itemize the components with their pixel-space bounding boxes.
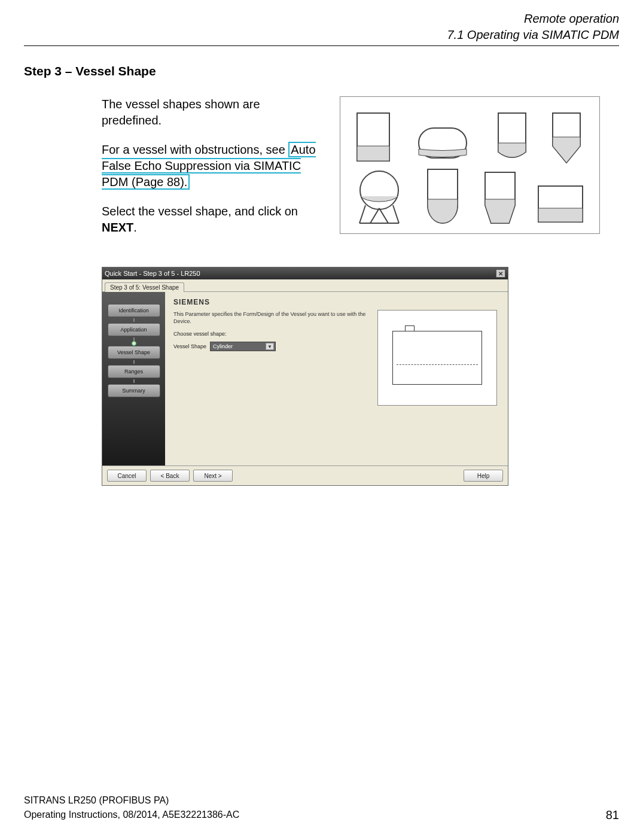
next-keyword: NEXT [102,221,133,234]
liquid-level-line [397,364,478,365]
svg-line-7 [370,208,379,223]
para-1: The vessel shapes shown are predefined. [102,96,323,129]
vessel-shapes-illustration [340,96,600,234]
cancel-button[interactable]: Cancel [107,470,147,482]
svg-line-8 [379,208,388,223]
dialog-body: Identification Application Vessel Shape … [102,292,508,465]
page-footer: SITRANS LR250 (PROFIBUS PA) Operating In… [24,793,619,822]
text-column: The vessel shapes shown are predefined. … [102,96,323,249]
shape-horizontal-tank-icon [407,122,479,164]
svg-line-5 [393,205,399,223]
dialog-main-panel: SIEMENS This Parameter specifies the For… [165,292,508,465]
xref-page-close: ). [180,175,187,188]
sidebar-item-summary[interactable]: Summary [108,384,160,397]
brand-label: SIEMENS [173,298,499,306]
sidebar-item-identification[interactable]: Identification [108,304,160,317]
footer-left: SITRANS LR250 (PROFIBUS PA) Operating In… [24,793,239,822]
section-title: 7.1 Operating via SIMATIC PDM [24,28,619,42]
vessel-shape-dropdown[interactable]: Cylinder ▼ [210,342,276,351]
footer-product: SITRANS LR250 (PROFIBUS PA) [24,793,239,808]
para-2-lead: For a vessel with obstructions, see [102,143,288,156]
shape-bullet-tank-icon [419,166,467,226]
sidebar-connector [133,318,135,322]
wizard-sidebar: Identification Application Vessel Shape … [102,292,165,465]
sensor-icon [405,325,415,331]
para-2: For a vessel with obstructions, see Auto… [102,142,323,190]
sidebar-connector [133,360,135,364]
sidebar-item-vessel-shape[interactable]: Vessel Shape [108,346,160,359]
dialog-button-bar: Cancel < Back Next > Help [102,465,508,485]
sidebar-item-ranges[interactable]: Ranges [108,365,160,378]
shape-dished-bottom-icon [491,110,533,164]
step-heading: Step 3 – Vessel Shape [24,64,619,78]
xref-page-open: (Page [128,175,166,188]
chapter-title: Remote operation [24,12,619,26]
svg-line-4 [359,205,365,223]
shape-parabolic-bottom-icon [479,169,521,226]
vessel-shape-value: Cylinder [213,343,233,349]
vessel-shape-field-label: Vessel Shape [173,343,206,349]
vessel-preview-frame [377,310,497,406]
dialog-tabbar: Step 3 of 5: Vessel Shape [102,279,508,292]
content-row: The vessel shapes shown are predefined. … [24,96,619,249]
dialog-title: Quick Start - Step 3 of 5 - LR250 [105,270,200,277]
sidebar-active-dot-icon [132,341,136,346]
vessel-preview-icon [392,331,482,385]
page-header: Remote operation 7.1 Operating via SIMAT… [24,12,619,46]
back-button[interactable]: < Back [150,470,190,482]
help-button[interactable]: Help [464,470,503,482]
parameter-description: This Parameter specifies the Form/Design… [173,311,371,325]
svg-rect-10 [538,208,583,222]
chevron-down-icon: ▼ [266,343,274,350]
shapes-row-1 [346,104,593,164]
sidebar-connector [133,379,135,383]
shape-rectangular-icon [534,181,587,226]
quick-start-dialog: Quick Start - Step 3 of 5 - LR250 ✕ Step… [102,267,508,486]
sidebar-item-application[interactable]: Application [108,323,160,336]
xref-page-number: 88 [167,175,180,188]
dialog-titlebar: Quick Start - Step 3 of 5 - LR250 ✕ [102,267,508,279]
close-icon[interactable]: ✕ [496,269,505,278]
footer-docinfo: Operating Instructions, 08/2014, A5E3222… [24,808,239,822]
tab-step-3[interactable]: Step 3 of 5: Vessel Shape [105,282,184,292]
shape-cylinder-flat-icon [352,110,394,164]
para-3-tail: . [133,221,137,234]
svg-point-3 [360,171,398,209]
svg-rect-1 [357,146,389,161]
shapes-row-2 [346,166,593,226]
para-3: Select the vessel shape, and click on NE… [102,203,323,236]
page-number: 81 [606,808,619,822]
shape-cone-bottom-icon [546,110,587,164]
shape-sphere-legs-icon [352,166,406,226]
para-3-lead: Select the vessel shape, and click on [102,205,298,218]
next-button[interactable]: Next > [193,470,233,482]
